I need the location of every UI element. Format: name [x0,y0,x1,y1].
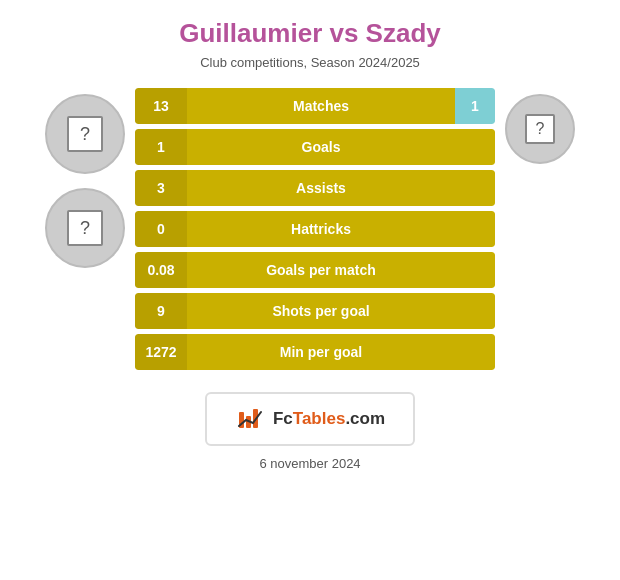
stat-label-matches: Matches [293,98,349,114]
stat-row-min-per-goal: 1272Min per goal [135,334,495,370]
stat-right-matches: 1 [455,88,495,124]
stat-left-goals-per-match: 0.08 [135,252,187,288]
stat-row-hattricks: 0Hattricks [135,211,495,247]
stat-label-goals: Goals [302,139,341,155]
stat-left-hattricks: 0 [135,211,187,247]
left-avatar-bottom-placeholder: ? [67,210,103,246]
stat-row-goals-per-match: 0.08Goals per match [135,252,495,288]
logo-box: FcTables.com [205,392,415,446]
main-content: ? ? 13Matches11Goals3Assists0Hattricks0.… [0,88,620,370]
stat-bar-shots-per-goal: Shots per goal [187,293,455,329]
stat-label-hattricks: Hattricks [291,221,351,237]
date-text: 6 november 2024 [259,456,360,471]
stat-right-empty-goals-per-match [455,252,495,288]
stat-left-goals: 1 [135,129,187,165]
left-avatar-top: ? [45,94,125,174]
stat-row-goals: 1Goals [135,129,495,165]
stat-label-min-per-goal: Min per goal [280,344,362,360]
left-avatars: ? ? [45,94,125,268]
stat-row-shots-per-goal: 9Shots per goal [135,293,495,329]
page-subtitle: Club competitions, Season 2024/2025 [200,55,420,70]
stat-bar-hattricks: Hattricks [187,211,455,247]
stat-right-empty-goals [455,129,495,165]
page-wrapper: Guillaumier vs Szady Club competitions, … [0,0,620,481]
logo-section: FcTables.com 6 november 2024 [205,392,415,471]
stat-bar-goals: Goals [187,129,455,165]
stat-left-shots-per-goal: 9 [135,293,187,329]
stat-left-assists: 3 [135,170,187,206]
stat-label-shots-per-goal: Shots per goal [272,303,369,319]
stat-right-empty-shots-per-goal [455,293,495,329]
stats-table: 13Matches11Goals3Assists0Hattricks0.08Go… [135,88,495,370]
stat-bar-goals-per-match: Goals per match [187,252,455,288]
stat-right-empty-min-per-goal [455,334,495,370]
stat-right-empty-assists [455,170,495,206]
right-avatar-top-placeholder: ? [525,114,555,144]
stat-label-goals-per-match: Goals per match [266,262,376,278]
stat-label-assists: Assists [296,180,346,196]
stat-bar-min-per-goal: Min per goal [187,334,455,370]
page-title: Guillaumier vs Szady [179,18,441,49]
fctables-icon [235,404,265,434]
stat-left-matches: 13 [135,88,187,124]
stat-bar-matches: Matches [187,88,455,124]
logo-text: FcTables.com [273,409,385,429]
right-avatars: ? [505,94,575,164]
stat-right-empty-hattricks [455,211,495,247]
stat-row-assists: 3Assists [135,170,495,206]
left-avatar-top-placeholder: ? [67,116,103,152]
stat-row-matches: 13Matches1 [135,88,495,124]
right-avatar-top: ? [505,94,575,164]
left-avatar-bottom: ? [45,188,125,268]
stat-bar-assists: Assists [187,170,455,206]
stat-left-min-per-goal: 1272 [135,334,187,370]
